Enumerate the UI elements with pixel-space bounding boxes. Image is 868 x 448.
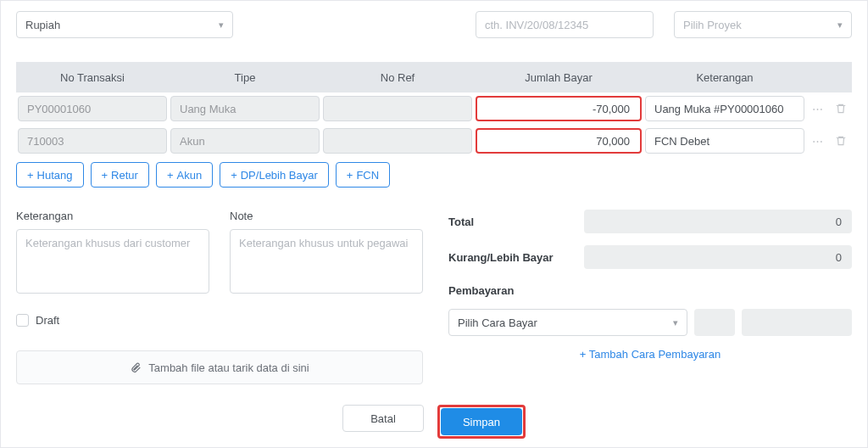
keterangan-label: Keterangan xyxy=(16,210,209,222)
cell-text: 710003 xyxy=(27,135,64,148)
col-no-ref: No Ref xyxy=(321,62,474,92)
pembayaran-label: Pembayaran xyxy=(448,284,852,297)
payment-extra-box[interactable] xyxy=(742,309,852,336)
plus-icon: + xyxy=(167,169,174,182)
tipe-cell[interactable]: Akun xyxy=(170,128,320,154)
label: Retur xyxy=(111,169,138,182)
noref-cell[interactable] xyxy=(323,128,472,154)
add-dp-button[interactable]: +DP/Lebih Bayar xyxy=(220,162,329,188)
jumlah-bayar-cell[interactable]: 70,000 xyxy=(476,128,642,154)
draft-label: Draft xyxy=(36,314,59,327)
total-value: 0 xyxy=(584,210,852,233)
ref-placeholder: cth. INV/20/08/12345 xyxy=(485,19,588,31)
currency-select[interactable]: Rupiah ▾ xyxy=(16,11,233,38)
placeholder-text: Keterangan khusus dari customer xyxy=(25,237,190,249)
plus-icon: + xyxy=(27,169,34,182)
no-transaksi-cell[interactable]: PY00001060 xyxy=(18,96,167,121)
cell-text: PY00001060 xyxy=(27,103,91,115)
project-placeholder: Pilih Proyek xyxy=(683,19,742,31)
label: Batal xyxy=(370,412,396,425)
plus-icon: + xyxy=(347,169,353,182)
payment-method-select[interactable]: Pilih Cara Bayar ▾ xyxy=(448,309,687,336)
draft-checkbox[interactable] xyxy=(16,314,29,327)
table-row: PY00001060 Uang Muka -70,000 Uang Muka #… xyxy=(16,92,852,125)
trash-icon[interactable] xyxy=(832,130,850,152)
chevron-down-icon: ▾ xyxy=(837,20,843,31)
project-select[interactable]: Pilih Proyek ▾ xyxy=(674,11,852,38)
col-jumlah-bayar: Jumlah Bayar xyxy=(474,62,643,92)
trash-icon[interactable] xyxy=(832,98,850,120)
keterangan-cell[interactable]: FCN Debet xyxy=(645,128,804,154)
cell-text: -70,000 xyxy=(593,103,630,115)
save-button[interactable]: Simpan xyxy=(441,408,522,435)
col-tipe: Tipe xyxy=(169,62,321,92)
payment-lines-table: No Transaksi Tipe No Ref Jumlah Bayar Ke… xyxy=(16,62,852,157)
table-row: 710003 Akun 70,000 FCN Debet ⋯ xyxy=(16,125,852,157)
cancel-button[interactable]: Batal xyxy=(342,405,424,432)
draft-checkbox-row[interactable]: Draft xyxy=(16,314,423,327)
add-hutang-button[interactable]: +Hutang xyxy=(16,162,84,188)
chevron-down-icon: ▾ xyxy=(219,20,224,31)
cell-text: 70,000 xyxy=(596,135,630,148)
chevron-down-icon: ▾ xyxy=(673,317,678,328)
more-icon[interactable]: ⋯ xyxy=(808,98,826,120)
payment-amount-box[interactable] xyxy=(694,309,735,336)
cell-text: Uang Muka xyxy=(180,103,236,115)
no-transaksi-cell[interactable]: 710003 xyxy=(18,128,167,154)
cell-text: Akun xyxy=(180,135,205,148)
note-textarea[interactable]: Keterangan khusus untuk pegawai xyxy=(230,229,423,294)
cell-text: Uang Muka #PY00001060 xyxy=(654,103,784,115)
tipe-cell[interactable]: Uang Muka xyxy=(170,96,320,121)
upload-label: Tambah file atau tarik data di sini xyxy=(148,361,309,374)
plus-icon: + xyxy=(102,169,108,182)
cell-text: FCN Debet xyxy=(654,135,709,148)
add-payment-method-button[interactable]: + Tambah Cara Pembayaran xyxy=(448,348,852,361)
placeholder-text: Keterangan khusus untuk pegawai xyxy=(239,237,408,249)
col-no-transaksi: No Transaksi xyxy=(16,62,169,92)
label: FCN xyxy=(356,169,379,182)
noref-cell[interactable] xyxy=(323,96,472,121)
kurang-label: Kurang/Lebih Bayar xyxy=(448,251,584,264)
pay-select-text: Pilih Cara Bayar xyxy=(458,316,537,329)
keterangan-cell[interactable]: Uang Muka #PY00001060 xyxy=(645,96,804,121)
col-keterangan: Keterangan xyxy=(643,62,806,92)
keterangan-textarea[interactable]: Keterangan khusus dari customer xyxy=(16,229,209,294)
add-akun-button[interactable]: +Akun xyxy=(156,162,213,188)
kurang-value: 0 xyxy=(584,245,852,269)
currency-value: Rupiah xyxy=(25,19,60,31)
note-label: Note xyxy=(230,210,423,222)
more-icon[interactable]: ⋯ xyxy=(808,130,826,152)
ref-input[interactable]: cth. INV/20/08/12345 xyxy=(476,11,654,38)
plus-icon: + xyxy=(580,348,589,361)
label: DP/Lebih Bayar xyxy=(241,169,318,182)
plus-icon: + xyxy=(231,169,237,182)
label: Akun xyxy=(177,169,203,182)
total-label: Total xyxy=(448,216,584,228)
add-pay-label: Tambah Cara Pembayaran xyxy=(589,348,721,361)
attachment-icon xyxy=(130,361,142,373)
label: Simpan xyxy=(463,416,500,428)
jumlah-bayar-cell[interactable]: -70,000 xyxy=(476,96,642,121)
add-fcn-button[interactable]: +FCN xyxy=(336,162,390,188)
add-retur-button[interactable]: +Retur xyxy=(91,162,149,188)
label: Hutang xyxy=(37,169,73,182)
file-upload-zone[interactable]: Tambah file atau tarik data di sini xyxy=(16,350,423,384)
